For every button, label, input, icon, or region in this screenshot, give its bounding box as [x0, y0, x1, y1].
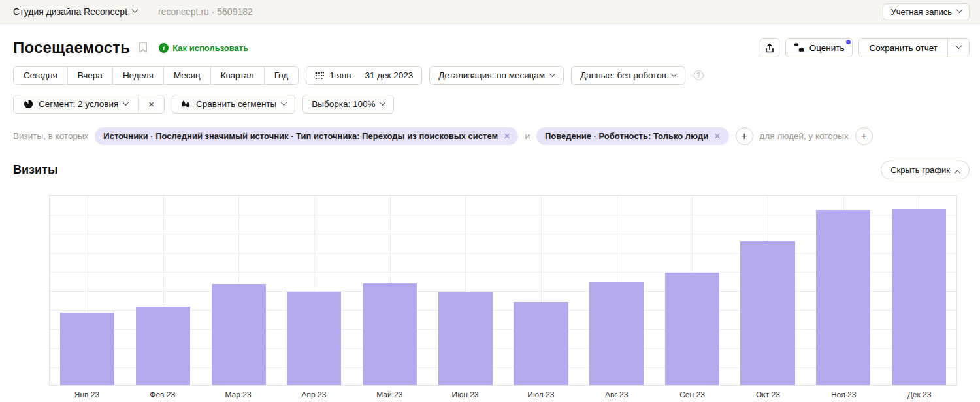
- visits-bar[interactable]: [589, 282, 644, 385]
- chart-column: [881, 196, 956, 385]
- x-axis-label: Фев 23: [125, 390, 201, 399]
- filter-chip-behavior-label: Поведение · Роботность: Только люди: [545, 131, 708, 141]
- visits-bar[interactable]: [892, 209, 946, 385]
- chart-column: [352, 196, 428, 385]
- detail-label: Детализация: по месяцам: [438, 70, 545, 80]
- visits-bar[interactable]: [665, 273, 719, 385]
- segment-button[interactable]: Сегмент: 2 условия: [14, 95, 139, 113]
- range-quarter-label: Квартал: [221, 70, 254, 80]
- visits-bar[interactable]: [740, 241, 794, 385]
- bookmark-icon[interactable]: [138, 41, 148, 54]
- range-week-button[interactable]: Неделя: [113, 67, 164, 84]
- chevron-down-icon: [670, 70, 677, 77]
- visits-bar[interactable]: [816, 210, 870, 385]
- chart-column: [654, 196, 730, 385]
- share-button[interactable]: [760, 38, 779, 57]
- filter-chip-source[interactable]: Источники · Последний значимый источник …: [95, 127, 518, 145]
- chart-column: [201, 196, 276, 385]
- data-robots-button[interactable]: Данные: без роботов: [571, 66, 685, 85]
- add-visit-filter-button[interactable]: +: [736, 127, 753, 145]
- counter-name: Студия дизайна Reconcept: [13, 7, 127, 17]
- save-report-label: Сохранить отчет: [869, 43, 938, 53]
- range-yesterday-label: Вчера: [78, 70, 103, 80]
- visits-bar[interactable]: [438, 292, 493, 385]
- chevron-down-icon: [956, 7, 963, 13]
- x-axis-label: Авг 23: [579, 390, 655, 399]
- chart-x-axis-labels: Янв 23Фев 23Мар 23Апр 23Май 23Июн 23Июл …: [49, 390, 957, 399]
- chart-column: [125, 196, 201, 385]
- chart-column: [806, 196, 881, 385]
- add-people-filter-button[interactable]: +: [855, 127, 873, 145]
- save-report-button[interactable]: Сохранить отчет: [859, 39, 948, 57]
- save-report-dropdown-button[interactable]: [948, 39, 969, 57]
- account-label: Учетная запись: [890, 7, 952, 17]
- sampling-button[interactable]: Выборка: 100%: [302, 95, 394, 114]
- segment-controls: Сегмент: 2 условия × Сравнить сегменты В…: [0, 95, 980, 114]
- help-question-icon[interactable]: ?: [694, 70, 704, 80]
- notification-dot: [846, 40, 851, 44]
- range-year-label: Год: [274, 70, 289, 80]
- chevron-down-icon: [955, 42, 962, 49]
- visits-filter-label: Визиты, в которых: [13, 131, 88, 141]
- hide-chart-label: Скрыть график: [890, 165, 950, 175]
- topbar: Студия дизайна Reconcept reconcept.ru · …: [0, 0, 980, 24]
- chart-column: [50, 196, 125, 385]
- visits-bar-chart: [49, 195, 957, 386]
- visits-bar[interactable]: [136, 307, 190, 385]
- visits-bar[interactable]: [363, 283, 417, 385]
- x-axis-label: Сен 23: [655, 390, 730, 399]
- chip-close-icon[interactable]: ×: [504, 132, 510, 140]
- chevron-down-icon: [132, 7, 139, 13]
- page-header: Посещаемость i Как использовать Оценить …: [0, 24, 980, 57]
- info-icon: i: [159, 43, 169, 53]
- segment-pie-icon: [24, 99, 33, 109]
- sampling-label: Выборка: 100%: [312, 99, 375, 109]
- period-controls: Сегодня Вчера Неделя Месяц Квартал Год 1…: [0, 66, 980, 85]
- range-today-label: Сегодня: [24, 70, 57, 80]
- counter-selector[interactable]: Студия дизайна Reconcept: [13, 7, 137, 17]
- x-axis-label: Май 23: [351, 390, 427, 399]
- rate-button[interactable]: Оценить: [785, 38, 853, 57]
- chip-close-icon[interactable]: ×: [714, 132, 720, 140]
- range-week-label: Неделя: [123, 70, 154, 80]
- visits-bar[interactable]: [514, 302, 568, 385]
- range-year-button[interactable]: Год: [265, 67, 299, 84]
- rate-label: Оценить: [809, 43, 845, 53]
- quick-range-group: Сегодня Вчера Неделя Месяц Квартал Год: [13, 66, 299, 85]
- how-to-use-link[interactable]: i Как использовать: [159, 43, 248, 53]
- range-today-button[interactable]: Сегодня: [14, 67, 68, 84]
- range-month-button[interactable]: Месяц: [164, 67, 211, 84]
- detail-button[interactable]: Детализация: по месяцам: [429, 66, 564, 85]
- chevron-down-icon: [123, 99, 129, 106]
- date-range-button[interactable]: 1 янв — 31 дек 2023: [306, 66, 422, 85]
- chart-column: [579, 196, 655, 385]
- share-icon: [764, 42, 775, 54]
- and-label: и: [525, 131, 530, 141]
- segment-group: Сегмент: 2 условия ×: [13, 95, 165, 114]
- how-to-use-label: Как использовать: [172, 43, 248, 53]
- header-actions: Оценить Сохранить отчет: [760, 38, 970, 57]
- filters-row: Визиты, в которых Источники · Последний …: [0, 127, 980, 145]
- chevron-up-icon: [955, 170, 961, 176]
- close-icon: ×: [148, 99, 154, 109]
- rate-bubbles-icon: [794, 43, 805, 52]
- hide-chart-button[interactable]: Скрыть график: [881, 161, 970, 179]
- chevron-down-icon: [380, 99, 386, 106]
- segment-clear-button[interactable]: ×: [139, 95, 164, 113]
- chevron-down-icon: [281, 99, 287, 106]
- data-robots-label: Данные: без роботов: [580, 70, 666, 80]
- visits-bar[interactable]: [60, 313, 114, 385]
- segment-label: Сегмент: 2 условия: [39, 99, 118, 109]
- chart-column: [427, 196, 503, 385]
- account-button[interactable]: Учетная запись: [883, 3, 970, 20]
- chart-plot-area: [50, 196, 956, 385]
- chart-column: [276, 196, 352, 385]
- chevron-down-icon: [549, 70, 556, 77]
- visits-bar[interactable]: [212, 284, 266, 385]
- range-quarter-button[interactable]: Квартал: [211, 67, 265, 84]
- range-yesterday-button[interactable]: Вчера: [68, 67, 113, 84]
- filter-chip-behavior[interactable]: Поведение · Роботность: Только люди ×: [536, 127, 729, 145]
- filter-chip-source-label: Источники · Последний значимый источник …: [103, 131, 498, 141]
- visits-bar[interactable]: [287, 292, 341, 385]
- compare-segments-button[interactable]: Сравнить сегменты: [172, 95, 295, 114]
